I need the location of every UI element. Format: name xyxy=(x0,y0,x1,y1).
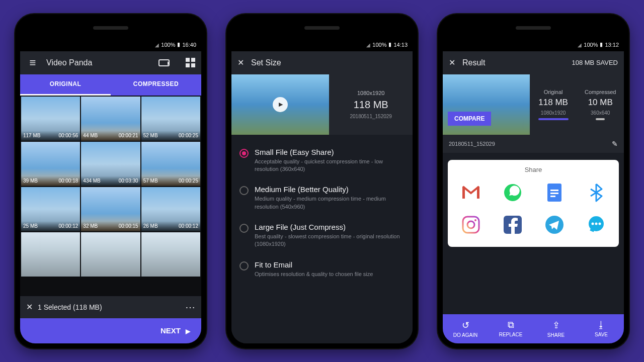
tab-original[interactable]: ORIGINAL xyxy=(20,74,111,96)
phone-result: 100% 13:12 Result 108 MB SAVED COMPARE O… xyxy=(438,14,629,348)
battery-level: 100% xyxy=(161,42,175,48)
app-title: Video Panda xyxy=(46,58,92,67)
video-thumb[interactable]: 57 MB00:00:25 xyxy=(141,142,200,186)
replace-button[interactable]: ⧉REPLACE xyxy=(488,314,533,343)
svg-rect-4 xyxy=(550,190,558,191)
video-thumb[interactable]: 26 MB00:00:12 xyxy=(141,187,200,231)
bluetooth-icon[interactable] xyxy=(585,182,607,204)
video-grid: 117 MB00:00:56 44 MB00:00:21 52 MB00:00:… xyxy=(20,96,201,296)
arrow-icon xyxy=(186,326,190,335)
save-button[interactable]: ⭳SAVE xyxy=(579,314,624,343)
video-thumb[interactable]: 52 MB00:00:25 xyxy=(141,97,200,141)
phone-gallery: 100% 16:40 Video Panda ORIGINAL COMPRESS… xyxy=(15,14,206,348)
filename-row: 20180511_152029 xyxy=(443,135,624,153)
phone-set-size: 100% 14:13 Set Size 1080x1920 118 MB 201… xyxy=(226,14,418,348)
video-thumb[interactable]: 32 MB00:00:15 xyxy=(81,187,140,231)
selection-count: 1 Selected (118 MB) xyxy=(38,303,102,311)
result-preview[interactable]: COMPARE xyxy=(443,74,530,135)
radio-icon[interactable] xyxy=(239,186,249,195)
video-thumb[interactable] xyxy=(21,232,80,277)
size-options: Small File (Easy Share)Acceptable qualit… xyxy=(231,135,413,343)
signal-icon xyxy=(578,42,582,48)
close-icon[interactable] xyxy=(237,58,244,67)
signal-icon xyxy=(155,42,159,48)
screen-title: Set Size xyxy=(251,58,281,67)
radio-icon[interactable] xyxy=(239,261,249,270)
grid-toggle-icon[interactable] xyxy=(186,58,195,67)
svg-point-14 xyxy=(595,222,597,225)
tabs: ORIGINAL COMPRESSED xyxy=(20,74,201,96)
action-bar: ↺DO AGAIN ⧉REPLACE ⇪SHARE ⭳SAVE xyxy=(443,314,624,343)
battery-icon xyxy=(388,41,391,48)
app-bar: Result 108 MB SAVED xyxy=(443,51,624,74)
option-small[interactable]: Small File (Easy Share)Acceptable qualit… xyxy=(237,142,407,179)
edit-icon[interactable] xyxy=(612,140,618,148)
camera-icon[interactable] xyxy=(177,56,179,69)
menu-icon[interactable] xyxy=(26,56,39,69)
size-bar-compressed xyxy=(596,118,605,120)
video-thumb[interactable] xyxy=(81,232,140,277)
svg-rect-5 xyxy=(550,193,558,194)
video-thumb[interactable] xyxy=(141,232,200,277)
option-large[interactable]: Large File (Just Compress)Best quality -… xyxy=(237,217,407,254)
result-summary: COMPARE Original 118 MB 1080x1920 Compre… xyxy=(443,74,624,135)
video-filename: 20180511_152029 xyxy=(350,114,391,119)
svg-point-15 xyxy=(598,222,601,225)
selection-bar: 1 Selected (118 MB) xyxy=(20,296,201,318)
telegram-icon[interactable] xyxy=(543,214,566,236)
svg-rect-0 xyxy=(462,187,465,199)
docs-icon[interactable] xyxy=(543,182,566,204)
screen-title: Result xyxy=(462,58,485,67)
video-thumb[interactable]: 25 MB00:00:12 xyxy=(21,187,80,231)
tab-compressed[interactable]: COMPRESSED xyxy=(111,74,201,96)
share-button[interactable]: ⇪SHARE xyxy=(533,314,579,343)
play-icon[interactable] xyxy=(273,97,288,112)
compare-button[interactable]: COMPARE xyxy=(448,112,491,126)
do-again-button[interactable]: ↺DO AGAIN xyxy=(443,314,488,343)
status-bar: 100% 14:13 xyxy=(231,38,413,51)
status-bar: 100% 13:12 xyxy=(443,38,624,51)
video-preview-row: 1080x1920 118 MB 20180511_152029 xyxy=(231,74,413,135)
video-size: 118 MB xyxy=(354,99,388,111)
svg-rect-1 xyxy=(477,187,479,199)
status-time: 16:40 xyxy=(182,42,196,48)
svg-point-8 xyxy=(467,221,474,228)
close-icon[interactable] xyxy=(449,58,455,67)
battery-icon xyxy=(600,41,603,48)
share-card: Share xyxy=(448,160,619,247)
option-email[interactable]: Fit to EmailOptimises resolution & quali… xyxy=(237,254,407,284)
video-thumb[interactable]: 44 MB00:00:21 xyxy=(81,97,140,141)
battery-icon xyxy=(177,41,180,48)
app-bar: Video Panda xyxy=(20,51,201,74)
size-bar-original xyxy=(538,118,569,120)
radio-icon[interactable] xyxy=(239,224,249,233)
saved-label: 108 MB SAVED xyxy=(572,59,618,66)
instagram-icon[interactable] xyxy=(460,214,482,236)
svg-point-13 xyxy=(591,222,594,225)
gmail-icon[interactable] xyxy=(460,182,482,204)
svg-point-9 xyxy=(474,219,476,221)
next-button[interactable]: NEXT xyxy=(20,318,201,343)
video-thumb[interactable]: 117 MB00:00:56 xyxy=(21,97,80,141)
whatsapp-icon[interactable] xyxy=(502,182,524,204)
clear-selection-icon[interactable] xyxy=(26,302,33,312)
radio-icon[interactable] xyxy=(239,149,249,158)
more-icon[interactable] xyxy=(185,301,195,313)
messages-icon[interactable] xyxy=(585,214,607,236)
signal-icon xyxy=(366,42,370,48)
video-thumb[interactable]: 39 MB00:00:18 xyxy=(21,142,80,186)
app-bar: Set Size xyxy=(231,51,413,74)
svg-rect-7 xyxy=(463,217,479,233)
video-resolution: 1080x1920 xyxy=(357,90,384,96)
share-label: Share xyxy=(452,166,615,173)
option-medium[interactable]: Medium File (Better Quality)Medium quali… xyxy=(237,179,407,217)
video-preview[interactable] xyxy=(231,74,329,135)
svg-rect-6 xyxy=(550,196,555,197)
facebook-icon[interactable] xyxy=(502,214,524,236)
status-bar: 100% 16:40 xyxy=(20,38,201,51)
video-thumb[interactable]: 434 MB00:03:30 xyxy=(81,142,140,186)
